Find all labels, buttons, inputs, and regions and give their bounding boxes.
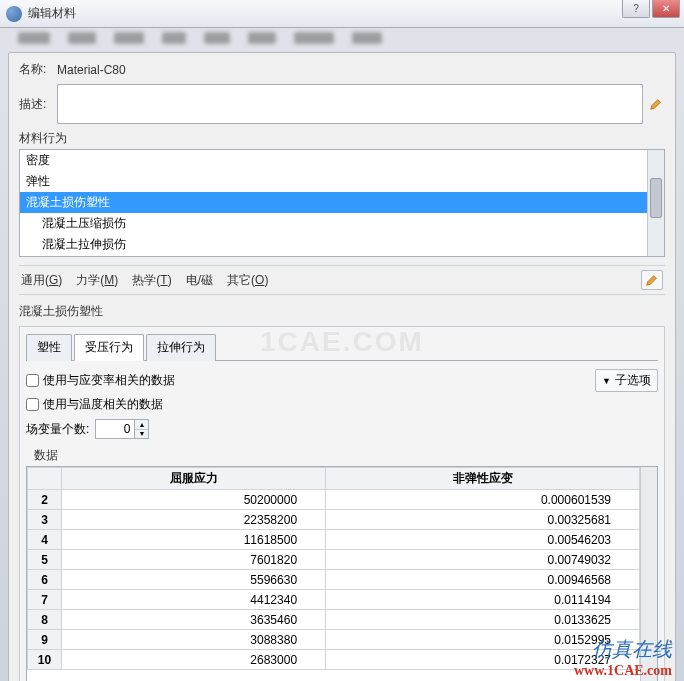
spin-down-button[interactable]: ▼ (135, 430, 148, 439)
desc-label: 描述: (19, 96, 57, 113)
edit-description-button[interactable] (647, 95, 665, 113)
field-var-spinbox[interactable]: ▲ ▼ (95, 419, 149, 439)
data-table-wrap: 屈服应力 非弹性应变 2502000000.000601539322358200… (26, 466, 658, 681)
blurred-toolbar (0, 28, 684, 52)
field-var-input[interactable] (96, 420, 134, 438)
cell-yield[interactable]: 50200000 (62, 490, 326, 510)
watermark-line1: 仿真在线 (574, 636, 672, 663)
behavior-item[interactable]: 弹性 (20, 171, 664, 192)
behavior-heading: 材料行为 (19, 130, 665, 147)
row-number: 3 (28, 510, 62, 530)
cell-strain[interactable]: 0.00946568 (326, 570, 640, 590)
window-title: 编辑材料 (28, 5, 76, 22)
menu-general[interactable]: 通用(G) (21, 272, 62, 289)
cell-strain[interactable]: 0.000601539 (326, 490, 640, 510)
titlebar: 编辑材料 ? ✕ (0, 0, 684, 28)
table-row[interactable]: 576018200.00749032 (28, 550, 640, 570)
sub-panel: 塑性受压行为拉伸行为 使用与应变率相关的数据 ▼ 子选项 使用与温度相关的数据 … (19, 326, 665, 681)
pencil-icon (649, 97, 663, 111)
row-number: 6 (28, 570, 62, 590)
menu-thermal[interactable]: 热学(T) (132, 272, 171, 289)
sub-heading: 混凝土损伤塑性 (19, 303, 665, 320)
table-row[interactable]: 1026830000.0172327 (28, 650, 640, 670)
cell-strain[interactable]: 0.00325681 (326, 510, 640, 530)
description-input[interactable] (57, 84, 643, 124)
spin-up-button[interactable]: ▲ (135, 420, 148, 430)
cell-strain[interactable]: 0.00546203 (326, 530, 640, 550)
cell-strain[interactable]: 0.0133625 (326, 610, 640, 630)
row-number: 2 (28, 490, 62, 510)
cell-yield[interactable]: 5596630 (62, 570, 326, 590)
sub-options-button[interactable]: ▼ 子选项 (595, 369, 658, 392)
cell-yield[interactable]: 3635460 (62, 610, 326, 630)
dialog-body: 名称: Material-C80 描述: 材料行为 密度弹性混凝土损伤塑性混凝土… (8, 52, 676, 681)
behavior-list[interactable]: 密度弹性混凝土损伤塑性混凝土压缩损伤混凝土拉伸损伤 (19, 149, 665, 257)
row-number: 5 (28, 550, 62, 570)
name-label: 名称: (19, 61, 57, 78)
row-header-corner (28, 468, 62, 490)
table-row[interactable]: 930883800.0152995 (28, 630, 640, 650)
table-row[interactable]: 744123400.0114194 (28, 590, 640, 610)
temperature-checkbox[interactable] (26, 398, 39, 411)
table-row[interactable]: 655966300.00946568 (28, 570, 640, 590)
edit-behavior-button[interactable] (641, 270, 663, 290)
cell-yield[interactable]: 2683000 (62, 650, 326, 670)
tab[interactable]: 受压行为 (74, 334, 144, 361)
field-var-label: 场变量个数: (26, 421, 89, 438)
help-button[interactable]: ? (622, 0, 650, 18)
close-button[interactable]: ✕ (652, 0, 680, 18)
strain-rate-checkbox[interactable] (26, 374, 39, 387)
row-number: 9 (28, 630, 62, 650)
category-menu: 通用(G) 力学(M) 热学(T) 电/磁 其它(O) (19, 265, 665, 295)
menu-em[interactable]: 电/磁 (186, 272, 213, 289)
cell-yield[interactable]: 4412340 (62, 590, 326, 610)
temperature-label: 使用与温度相关的数据 (43, 396, 163, 413)
col-yield-stress: 屈服应力 (62, 468, 326, 490)
row-number: 4 (28, 530, 62, 550)
cell-yield[interactable]: 11618500 (62, 530, 326, 550)
table-row[interactable]: 2502000000.000601539 (28, 490, 640, 510)
scrollbar[interactable] (647, 150, 664, 256)
cell-yield[interactable]: 3088380 (62, 630, 326, 650)
data-table[interactable]: 屈服应力 非弹性应变 2502000000.000601539322358200… (27, 467, 640, 670)
cell-yield[interactable]: 22358200 (62, 510, 326, 530)
pencil-icon (645, 273, 659, 287)
behavior-item[interactable]: 混凝土损伤塑性 (20, 192, 664, 213)
behavior-item[interactable]: 混凝土拉伸损伤 (20, 234, 664, 255)
scrollbar-thumb[interactable] (650, 178, 662, 218)
behavior-item[interactable]: 密度 (20, 150, 664, 171)
strain-rate-label: 使用与应变率相关的数据 (43, 372, 175, 389)
table-row[interactable]: 836354600.0133625 (28, 610, 640, 630)
tab[interactable]: 塑性 (26, 334, 72, 361)
watermark: 仿真在线 www.1CAE.com (574, 636, 672, 679)
name-value: Material-C80 (57, 63, 126, 77)
watermark-line2: www.1CAE.com (574, 663, 672, 679)
tab[interactable]: 拉伸行为 (146, 334, 216, 361)
cell-strain[interactable]: 0.0114194 (326, 590, 640, 610)
row-number: 8 (28, 610, 62, 630)
app-icon (6, 6, 22, 22)
cell-strain[interactable]: 0.00749032 (326, 550, 640, 570)
menu-other[interactable]: 其它(O) (227, 272, 268, 289)
data-heading: 数据 (34, 447, 658, 464)
table-row[interactable]: 3223582000.00325681 (28, 510, 640, 530)
cell-yield[interactable]: 7601820 (62, 550, 326, 570)
chevron-down-icon: ▼ (602, 376, 611, 386)
row-number: 7 (28, 590, 62, 610)
col-inelastic-strain: 非弹性应变 (326, 468, 640, 490)
behavior-item[interactable]: 混凝土压缩损伤 (20, 213, 664, 234)
tabs: 塑性受压行为拉伸行为 (26, 333, 658, 361)
menu-mechanical[interactable]: 力学(M) (76, 272, 118, 289)
table-row[interactable]: 4116185000.00546203 (28, 530, 640, 550)
row-number: 10 (28, 650, 62, 670)
